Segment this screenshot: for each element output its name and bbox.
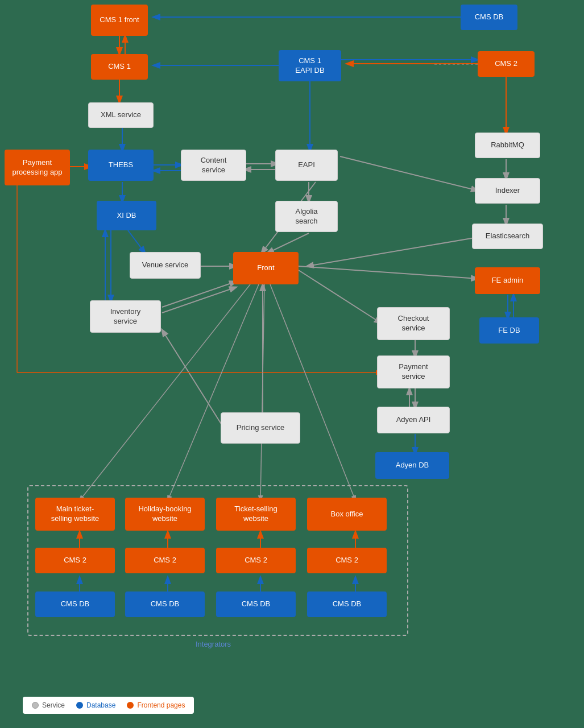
- svg-line-24: [299, 266, 478, 279]
- node-rabbitmq: RabbitMQ: [475, 133, 540, 158]
- legend-frontend: Frontend pages: [127, 701, 185, 709]
- legend-service: Service: [32, 701, 65, 709]
- svg-line-43: [260, 284, 264, 500]
- node-elasticsearch: Elasticsearch: [472, 224, 543, 249]
- node-holiday-booking: Holiday-bookingwebsite: [125, 498, 205, 531]
- svg-line-44: [270, 284, 355, 500]
- svg-line-23: [307, 238, 475, 266]
- node-eapi: EAPI: [275, 150, 338, 181]
- node-payment-service: Paymentservice: [377, 355, 450, 388]
- node-fe-admin: FE admin: [475, 267, 540, 294]
- node-venue-service: Venue service: [130, 252, 201, 279]
- node-payment-app: Paymentprocessing app: [5, 150, 70, 185]
- node-pricing-service: Pricing service: [221, 412, 300, 444]
- node-main-ticket: Main ticket-selling website: [35, 498, 115, 531]
- node-cmsdb-1: CMS DB: [35, 592, 115, 617]
- node-cmsdb-4: CMS DB: [307, 592, 387, 617]
- node-inventory-service: Inventoryservice: [90, 300, 161, 333]
- node-cms2-2: CMS 2: [125, 548, 205, 573]
- node-indexer: Indexer: [475, 178, 540, 204]
- node-cms1-front: CMS 1 front: [91, 5, 148, 36]
- node-content-service: Contentservice: [181, 150, 246, 181]
- db-dot: [76, 702, 83, 709]
- node-adyen-api: Adyen API: [377, 407, 450, 433]
- frontend-dot: [127, 702, 134, 709]
- legend: Service Database Frontend pages: [23, 697, 194, 714]
- node-cms2-top: CMS 2: [478, 51, 535, 77]
- node-cms-db-top: CMS DB: [461, 5, 517, 30]
- svg-line-34: [162, 282, 236, 307]
- svg-line-35: [162, 287, 236, 313]
- node-xml-service: XML service: [88, 102, 154, 128]
- node-checkout-service: Checkoutservice: [377, 307, 450, 340]
- node-cmsdb-2: CMS DB: [125, 592, 205, 617]
- db-label: Database: [86, 701, 115, 709]
- frontend-label: Frontend pages: [137, 701, 185, 709]
- node-cms2-4: CMS 2: [307, 548, 387, 573]
- node-fe-db: FE DB: [479, 317, 539, 344]
- svg-line-17: [340, 156, 478, 191]
- node-thebs: THEBS: [88, 150, 154, 181]
- node-cms1: CMS 1: [91, 54, 148, 80]
- node-front: Front: [233, 252, 299, 284]
- node-xi-db: XI DB: [97, 201, 156, 230]
- svg-line-19: [128, 230, 145, 253]
- svg-line-27: [299, 270, 381, 323]
- node-cmsdb-3: CMS DB: [216, 592, 296, 617]
- service-label: Service: [42, 701, 65, 709]
- node-cms2-3: CMS 2: [216, 548, 296, 573]
- svg-line-37: [162, 330, 225, 429]
- svg-line-21: [267, 233, 309, 253]
- node-box-office: Box office: [307, 498, 387, 531]
- node-algolia: Algoliasearch: [275, 201, 338, 232]
- svg-line-42: [168, 284, 259, 500]
- service-dot: [32, 702, 39, 709]
- diagram: CMS 1 front CMS DB CMS 1 CMS 1EAPI DB CM…: [0, 0, 584, 700]
- legend-db: Database: [76, 701, 115, 709]
- node-adyen-db: Adyen DB: [375, 452, 449, 479]
- node-cms1-eapi-db: CMS 1EAPI DB: [279, 50, 341, 81]
- integrators-label: Integrators: [171, 640, 256, 648]
- node-ticket-selling: Ticket-sellingwebsite: [216, 498, 296, 531]
- node-cms2-1: CMS 2: [35, 548, 115, 573]
